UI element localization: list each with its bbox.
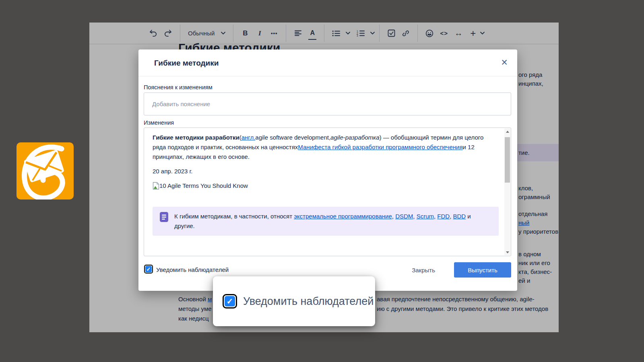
broken-image-icon (153, 182, 159, 190)
envelope-swirl-icon (17, 142, 74, 200)
broken-image-alt: 10 Agile Terms You Should Know (159, 181, 248, 191)
mail-app-icon[interactable] (17, 142, 74, 200)
scrollbar-down-arrow[interactable] (504, 249, 510, 255)
dialog-header: Гибкие методики × (138, 49, 517, 76)
preview-link[interactable]: экстремальное программирование (294, 213, 392, 220)
preview-italic-text: agile-разработка (330, 134, 379, 141)
preview-date: 20 апр. 2023 г. (153, 167, 489, 176)
checkbox-check-icon: ✓ (145, 266, 152, 272)
preview-link[interactable]: Манифеста гибкой разработки программного… (298, 144, 462, 150)
preview-link[interactable]: BDD (453, 213, 466, 220)
changes-preview: Гибкие методики разработки(англ.agile so… (144, 128, 511, 256)
magnifier-callout: ✓ Уведомить наблюдателей (213, 276, 375, 326)
preview-broken-image: 10 Agile Terms You Should Know (153, 181, 489, 191)
publish-button[interactable]: Выпустить (454, 262, 511, 278)
changes-label: Изменения (144, 119, 174, 126)
close-icon[interactable]: × (501, 56, 508, 68)
preview-link[interactable]: FDD (437, 213, 450, 220)
publish-dialog: Гибкие методики × Пояснения к изменениям… (138, 49, 517, 291)
explanation-label: Пояснения к изменениям (144, 84, 213, 90)
preview-note-panel: К гибким методикам, в частности, относят… (153, 207, 499, 236)
scrollbar-thumb[interactable] (505, 137, 510, 183)
checkbox-check-icon: ✓ (225, 296, 235, 306)
notify-watchers-label: Уведомить наблюдателей (156, 266, 229, 273)
desktop: Обычный B I ••• A 123 (0, 0, 644, 362)
preview-bold-text: Гибкие методики разработки (153, 134, 239, 141)
magnified-notify-label: Уведомить наблюдателей (243, 295, 374, 308)
preview-link[interactable]: Scrum (417, 213, 434, 220)
preview-link[interactable]: англ. (242, 134, 256, 141)
note-panel-text: К гибким методикам, в частности, относят… (174, 212, 474, 231)
close-button[interactable]: Закрыть (412, 267, 435, 274)
dialog-title: Гибкие методики (154, 59, 219, 68)
note-icon (159, 212, 169, 222)
preview-paragraph: Гибкие методики разработки(англ.agile so… (153, 133, 498, 162)
scrollbar-up-arrow[interactable] (504, 128, 510, 135)
notify-watchers-checkbox[interactable]: ✓ (144, 265, 153, 274)
preview-link[interactable]: DSDM (395, 213, 413, 220)
changes-preview-content: Гибкие методики разработки(англ.agile so… (144, 128, 506, 236)
preview-clipped-line: Большинство гибких методологий нацелены … (153, 254, 500, 256)
preview-scrollbar[interactable] (504, 128, 510, 255)
explanation-input[interactable] (144, 93, 511, 115)
magnified-notify-checkbox[interactable]: ✓ (223, 294, 237, 309)
